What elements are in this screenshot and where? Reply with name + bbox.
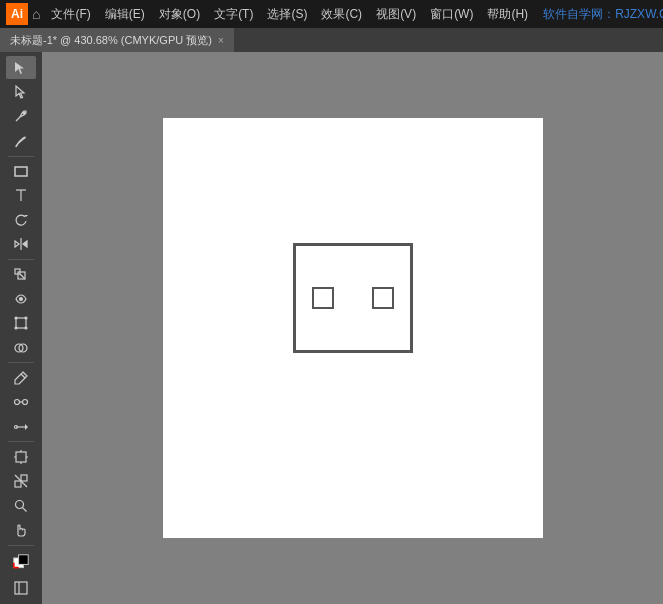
- slice-tool-button[interactable]: [6, 470, 36, 493]
- menu-help[interactable]: 帮助(H): [480, 4, 535, 25]
- rotate-tool-button[interactable]: [6, 208, 36, 231]
- svg-point-13: [25, 317, 27, 319]
- svg-marker-6: [23, 241, 27, 247]
- svg-rect-25: [16, 452, 26, 462]
- svg-line-9: [20, 274, 25, 279]
- change-screen-mode-button[interactable]: [6, 577, 36, 600]
- hand-tool-button[interactable]: [6, 518, 36, 541]
- free-transform-button[interactable]: [6, 312, 36, 335]
- graphic-left-square: [312, 287, 334, 309]
- svg-point-0: [23, 112, 25, 114]
- brand-text: 软件自学网：RJZXW.COM: [543, 6, 663, 23]
- toolbar-separator-5: [8, 545, 34, 546]
- menu-view[interactable]: 视图(V): [369, 4, 423, 25]
- svg-rect-31: [15, 481, 21, 487]
- graphic-outer-square: [293, 243, 413, 353]
- graphic-right-square: [372, 287, 394, 309]
- gradient-tool-button[interactable]: [6, 415, 36, 438]
- toolbar-separator-2: [8, 259, 34, 260]
- artboard-canvas: [163, 118, 543, 538]
- fill-stroke-button[interactable]: [6, 549, 36, 576]
- shape-builder-button[interactable]: [6, 336, 36, 359]
- menu-select[interactable]: 选择(S): [260, 4, 314, 25]
- pen-tool-button[interactable]: [6, 105, 36, 128]
- svg-point-20: [23, 400, 28, 405]
- toolbar-separator-4: [8, 441, 34, 442]
- blend-tool-button[interactable]: [6, 391, 36, 414]
- tab-bar: 未标题-1* @ 430.68% (CMYK/GPU 预览) ×: [0, 28, 663, 52]
- rectangle-tool-button[interactable]: [6, 159, 36, 182]
- svg-point-12: [15, 317, 17, 319]
- zoom-tool-button[interactable]: [6, 494, 36, 517]
- tab-title: 未标题-1* @ 430.68% (CMYK/GPU 预览): [10, 33, 212, 48]
- home-icon[interactable]: ⌂: [32, 3, 40, 25]
- toolbar-separator-1: [8, 156, 34, 157]
- type-tool-button[interactable]: [6, 184, 36, 207]
- tab-close-button[interactable]: ×: [218, 35, 224, 46]
- left-toolbar: [0, 52, 42, 604]
- direct-selection-tool-button[interactable]: [6, 80, 36, 103]
- document-tab[interactable]: 未标题-1* @ 430.68% (CMYK/GPU 预览) ×: [0, 28, 235, 52]
- svg-point-14: [15, 327, 17, 329]
- svg-line-18: [21, 374, 25, 378]
- svg-point-33: [16, 500, 24, 508]
- svg-marker-5: [15, 241, 19, 247]
- svg-rect-32: [21, 475, 27, 481]
- warp-tool-button[interactable]: [6, 287, 36, 310]
- svg-rect-11: [16, 318, 26, 328]
- canvas-area[interactable]: [42, 52, 663, 604]
- menu-window[interactable]: 窗口(W): [423, 4, 480, 25]
- toolbar-separator-3: [8, 362, 34, 363]
- menu-type[interactable]: 文字(T): [207, 4, 260, 25]
- scale-tool-button[interactable]: [6, 263, 36, 286]
- svg-rect-1: [15, 167, 27, 176]
- titlebar: Ai ⌂ 文件(F) 编辑(E) 对象(O) 文字(T) 选择(S) 效果(C)…: [0, 0, 663, 28]
- reflect-tool-button[interactable]: [6, 233, 36, 256]
- menu-edit[interactable]: 编辑(E): [98, 4, 152, 25]
- svg-point-10: [20, 297, 23, 300]
- menu-object[interactable]: 对象(O): [152, 4, 207, 25]
- menu-file[interactable]: 文件(F): [44, 4, 97, 25]
- svg-line-34: [23, 507, 27, 511]
- canvas-background: [42, 52, 663, 604]
- svg-point-15: [25, 327, 27, 329]
- svg-rect-39: [15, 582, 27, 594]
- selection-tool-button[interactable]: [6, 56, 36, 79]
- eyedropper-tool-button[interactable]: [6, 366, 36, 389]
- svg-point-19: [15, 400, 20, 405]
- svg-marker-23: [25, 424, 28, 430]
- svg-rect-36: [19, 555, 29, 565]
- pencil-tool-button[interactable]: [6, 129, 36, 152]
- menu-bar: 文件(F) 编辑(E) 对象(O) 文字(T) 选择(S) 效果(C) 视图(V…: [44, 4, 535, 25]
- artboard-tool-button[interactable]: [6, 445, 36, 468]
- main-area: [0, 52, 663, 604]
- menu-effect[interactable]: 效果(C): [314, 4, 369, 25]
- ai-logo-icon: Ai: [6, 3, 28, 25]
